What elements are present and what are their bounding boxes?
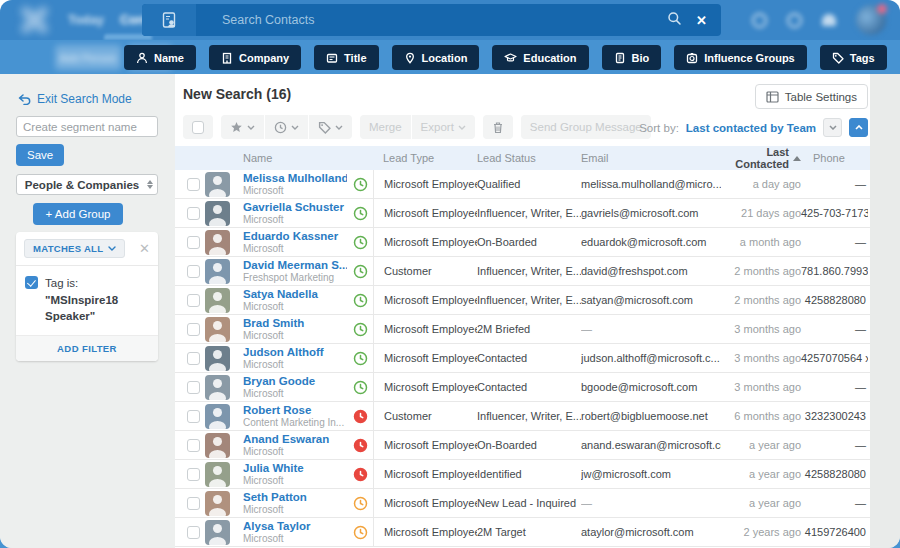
col-header-lead-type[interactable]: Lead Type xyxy=(373,152,477,164)
email[interactable]: anand.eswaran@microsoft.com xyxy=(581,439,721,451)
table-row[interactable]: David Meerman S...Freshspot Marketing Cu… xyxy=(175,257,870,286)
contact-name-link[interactable]: Satya Nadella xyxy=(243,288,347,301)
exit-search-mode-link[interactable]: Exit Search Mode xyxy=(18,92,132,106)
filter-button-influence-groups[interactable]: Influence Groups xyxy=(674,45,806,70)
contact-name-link[interactable]: Gavriella Schuster xyxy=(243,201,347,214)
contact-name-link[interactable]: Melissa Mulholland xyxy=(243,172,347,185)
contact-name-link[interactable]: David Meerman S... xyxy=(243,259,347,272)
table-row[interactable]: Robert RoseContent Marketing In... Custo… xyxy=(175,402,870,431)
contact-name-link[interactable]: Anand Eswaran xyxy=(243,433,347,446)
sort-field-chevron-button[interactable] xyxy=(823,118,842,137)
contact-name-link[interactable]: Seth Patton xyxy=(243,491,347,504)
row-checkbox[interactable] xyxy=(187,323,200,336)
send-group-message-button[interactable]: Send Group Message xyxy=(521,115,651,139)
add-group-button[interactable]: + Add Group xyxy=(33,203,123,225)
col-header-last-contacted[interactable]: Last Contacted xyxy=(721,146,801,170)
email[interactable]: eduardok@microsoft.com xyxy=(581,236,721,248)
search-icon[interactable] xyxy=(667,11,682,30)
filter-button-company[interactable]: Company xyxy=(209,45,301,70)
filter-button-location[interactable]: Location xyxy=(392,45,480,70)
merge-button[interactable]: Merge xyxy=(360,115,411,139)
filter-button-name[interactable]: Name xyxy=(124,45,196,70)
user-avatar[interactable] xyxy=(856,5,886,35)
table-row[interactable]: Alysa TaylorMicrosoft Microsoft Employee… xyxy=(175,518,870,547)
contact-name-link[interactable]: Robert Rose xyxy=(243,404,347,417)
search-input[interactable]: Search Contacts xyxy=(222,13,667,27)
col-header-phone[interactable]: Phone xyxy=(801,152,868,164)
contact-name-link[interactable]: Alysa Taylor xyxy=(243,520,347,533)
notifications-bell-icon[interactable] xyxy=(822,14,836,26)
tag-filter-checkbox[interactable] xyxy=(25,276,38,289)
col-header-name[interactable]: Name xyxy=(237,152,347,164)
col-header-email[interactable]: Email xyxy=(581,152,721,164)
add-person-button[interactable]: Add Person xyxy=(55,45,121,70)
clear-search-icon[interactable]: ✕ xyxy=(696,13,707,28)
row-checkbox[interactable] xyxy=(187,468,200,481)
sync-icon[interactable] xyxy=(752,13,767,28)
sort-field-dropdown[interactable]: Last contacted by Team xyxy=(686,122,816,134)
add-filter-button[interactable]: ADD FILTER xyxy=(16,335,158,361)
contact-name-link[interactable]: Julia White xyxy=(243,462,347,475)
row-checkbox[interactable] xyxy=(187,439,200,452)
delete-button[interactable] xyxy=(483,115,513,139)
export-dropdown-button[interactable]: Export xyxy=(412,115,475,139)
save-button[interactable]: Save xyxy=(16,144,64,166)
table-row[interactable]: Satya NadellaMicrosoft Microsoft Employe… xyxy=(175,286,870,315)
row-checkbox[interactable] xyxy=(187,178,200,191)
filter-button-tags[interactable]: Tags xyxy=(820,45,887,70)
filter-label: Bio xyxy=(632,52,650,64)
matches-all-dropdown[interactable]: MATCHES ALL xyxy=(24,239,125,258)
row-checkbox[interactable] xyxy=(187,352,200,365)
row-checkbox[interactable] xyxy=(187,294,200,307)
table-row[interactable]: Brad SmithMicrosoft Microsoft Employee 2… xyxy=(175,315,870,344)
scope-select[interactable]: People & Companies xyxy=(16,174,158,195)
col-header-lead-status[interactable]: Lead Status xyxy=(477,152,581,164)
table-settings-button[interactable]: Table Settings xyxy=(755,84,868,109)
email[interactable]: jw@microsoft.com xyxy=(581,468,721,480)
segment-name-input[interactable] xyxy=(16,116,158,137)
table-row[interactable]: Seth PattonMicrosoft Microsoft Employee … xyxy=(175,489,870,518)
row-checkbox[interactable] xyxy=(187,236,200,249)
sort-ascending-button[interactable] xyxy=(849,118,868,137)
filter-button-bio[interactable]: Bio xyxy=(602,45,662,70)
email[interactable]: ataylor@microsoft.com xyxy=(581,526,721,538)
row-checkbox[interactable] xyxy=(187,207,200,220)
select-all-checkbox[interactable] xyxy=(183,115,213,139)
table-row[interactable]: Gavriella SchusterMicrosoft Microsoft Em… xyxy=(175,199,870,228)
row-checkbox[interactable] xyxy=(187,381,200,394)
table-row[interactable]: Julia WhiteMicrosoft Microsoft Employee … xyxy=(175,460,870,489)
chevron-down-icon xyxy=(335,125,343,130)
row-checkbox[interactable] xyxy=(187,526,200,539)
table-row[interactable]: Judson AlthoffMicrosoft Microsoft Employ… xyxy=(175,344,870,373)
avatar xyxy=(205,172,230,197)
favorite-dropdown-button[interactable] xyxy=(221,115,264,139)
email[interactable]: melissa.mulholland@micro... xyxy=(581,178,721,190)
contact-name-link[interactable]: Bryan Goode xyxy=(243,375,347,388)
row-checkbox[interactable] xyxy=(187,410,200,423)
contact-name-link[interactable]: Brad Smith xyxy=(243,317,347,330)
contact-search-bar[interactable]: Search Contacts ✕ xyxy=(142,4,721,36)
email[interactable]: bgoode@microsoft.com xyxy=(581,381,721,393)
row-checkbox[interactable] xyxy=(187,497,200,510)
filter-button-title[interactable]: Title xyxy=(314,45,378,70)
remove-filter-group-icon[interactable]: ✕ xyxy=(139,242,150,255)
contact-name-link[interactable]: Eduardo Kassner xyxy=(243,230,347,243)
tag-dropdown-button[interactable] xyxy=(309,115,352,139)
table-row[interactable]: Melissa MulhollandMicrosoft Microsoft Em… xyxy=(175,170,870,199)
contact-name-link[interactable]: Judson Althoff xyxy=(243,346,347,359)
row-checkbox[interactable] xyxy=(187,265,200,278)
nav-item-today[interactable]: Today xyxy=(68,13,104,27)
stay-in-touch-dropdown-button[interactable] xyxy=(265,115,308,139)
table-row[interactable]: Anand EswaranMicrosoft Microsoft Employe… xyxy=(175,431,870,460)
email[interactable]: gavriels@microsoft.com xyxy=(581,207,721,219)
filter-button-education[interactable]: Education xyxy=(492,45,588,70)
email[interactable]: judson.althoff@microsoft.c... xyxy=(581,352,721,364)
table-row[interactable]: Eduardo KassnerMicrosoft Microsoft Emplo… xyxy=(175,228,870,257)
email[interactable]: david@freshspot.com xyxy=(581,265,721,277)
history-icon[interactable] xyxy=(787,13,802,28)
email[interactable]: robert@bigbluemoose.net xyxy=(581,410,721,422)
id-card-icon xyxy=(326,52,338,64)
table-row[interactable]: Bryan GoodeMicrosoft Microsoft Employee … xyxy=(175,373,870,402)
avatar xyxy=(205,259,230,284)
email[interactable]: satyan@microsoft.com xyxy=(581,294,721,306)
